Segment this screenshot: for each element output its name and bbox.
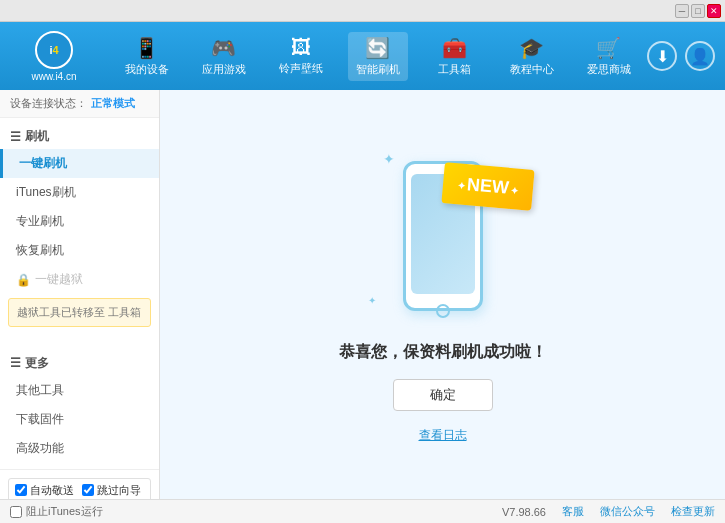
flash-section-header: ☰ 刷机: [0, 124, 159, 149]
download-firmware-label: 下载固件: [16, 411, 64, 428]
nav-label-tutorial: 教程中心: [510, 62, 554, 77]
sidebar-item-itunes-flash[interactable]: iTunes刷机: [0, 178, 159, 207]
nav-label-wallpaper: 铃声壁纸: [279, 61, 323, 76]
phone-home-btn: [436, 304, 450, 318]
auto-redirect-checkbox[interactable]: [15, 484, 27, 496]
auto-redirect-checkbox-label[interactable]: 自动敬送: [15, 483, 74, 498]
stop-itunes-label: 阻止iTunes运行: [26, 504, 103, 519]
sidebar-item-download-firmware[interactable]: 下载固件: [0, 405, 159, 434]
jailbreak-label: 一键越狱: [35, 271, 83, 288]
nav-right: ⬇ 👤: [647, 41, 715, 71]
wechat-link[interactable]: 微信公众号: [600, 504, 655, 519]
log-link[interactable]: 查看日志: [419, 427, 467, 444]
other-tools-label: 其他工具: [16, 382, 64, 399]
status-label: 设备连接状态：: [10, 96, 87, 111]
download-button[interactable]: ⬇: [647, 41, 677, 71]
nav-item-tutorial[interactable]: 🎓 教程中心: [502, 32, 562, 81]
one-key-flash-label: 一键刷机: [19, 155, 67, 172]
sidebar-item-one-key-flash[interactable]: 一键刷机: [0, 149, 159, 178]
nav-item-apps[interactable]: 🎮 应用游戏: [194, 32, 254, 81]
advanced-label: 高级功能: [16, 440, 64, 457]
user-button[interactable]: 👤: [685, 41, 715, 71]
minimize-button[interactable]: ─: [675, 4, 689, 18]
sidebar-bottom: 自动敬送 跳过向导 📱 iPhone 12 mini 64GB Down-12m…: [0, 469, 159, 500]
nav-label-apps: 应用游戏: [202, 62, 246, 77]
maximize-button[interactable]: □: [691, 4, 705, 18]
close-button[interactable]: ✕: [707, 4, 721, 18]
top-nav: i4 www.i4.cn 📱 我的设备 🎮 应用游戏 🖼 铃声壁纸 🔄 智能刷机…: [0, 22, 725, 90]
skip-wizard-checkbox-label[interactable]: 跳过向导: [82, 483, 141, 498]
toolbox-icon: 🧰: [442, 36, 467, 60]
logo-area[interactable]: i4 www.i4.cn: [10, 31, 98, 82]
phone-illustration: ✦ ✦ ✦ NEW: [363, 146, 523, 326]
pro-flash-label: 专业刷机: [16, 213, 64, 230]
title-bar: ─ □ ✕: [0, 0, 725, 22]
bottom-bar: 阻止iTunes运行 V7.98.66 客服 微信公众号 检查更新: [0, 499, 725, 523]
sidebar-item-recovery-flash[interactable]: 恢复刷机: [0, 236, 159, 265]
nav-item-smart-flash[interactable]: 🔄 智能刷机: [348, 32, 408, 81]
sidebar-item-advanced[interactable]: 高级功能: [0, 434, 159, 463]
wallpaper-icon: 🖼: [291, 36, 311, 59]
apps-icon: 🎮: [211, 36, 236, 60]
content-area: ✦ ✦ ✦ NEW 恭喜您，保资料刷机成功啦！ 确定 查看日志: [160, 90, 725, 499]
itunes-flash-label: iTunes刷机: [16, 184, 76, 201]
customer-service-link[interactable]: 客服: [562, 504, 584, 519]
device-status-bar: 设备连接状态： 正常模式: [0, 90, 159, 118]
bottom-left: 阻止iTunes运行: [10, 504, 502, 519]
flash-section-icon: ☰: [10, 130, 21, 144]
nav-label-smart-flash: 智能刷机: [356, 62, 400, 77]
version-label: V7.98.66: [502, 506, 546, 518]
auto-redirect-label: 自动敬送: [30, 483, 74, 498]
more-section-header: ☰ 更多: [0, 351, 159, 376]
sidebar-item-jailbreak: 🔒 一键越狱: [0, 265, 159, 294]
new-badge: NEW: [441, 162, 534, 211]
nav-items: 📱 我的设备 🎮 应用游戏 🖼 铃声壁纸 🔄 智能刷机 🧰 工具箱 🎓 教程中心…: [108, 32, 647, 81]
sparkle-1: ✦: [383, 151, 395, 167]
nav-label-toolbox: 工具箱: [438, 62, 471, 77]
my-device-icon: 📱: [134, 36, 159, 60]
success-card: ✦ ✦ ✦ NEW 恭喜您，保资料刷机成功啦！ 确定 查看日志: [339, 146, 547, 444]
more-section: ☰ 更多 其他工具 下载固件 高级功能: [0, 345, 159, 469]
sidebar: 设备连接状态： 正常模式 ☰ 刷机 一键刷机 iTunes刷机 专业刷机 恢复刷…: [0, 90, 160, 499]
logo-icon: i4: [35, 31, 73, 69]
sparkle-3: ✦: [368, 295, 376, 306]
nav-item-my-device[interactable]: 📱 我的设备: [117, 32, 177, 81]
flash-section: ☰ 刷机 一键刷机 iTunes刷机 专业刷机 恢复刷机 🔒 一键越狱 越狱工具…: [0, 118, 159, 337]
checkbox-row: 自动敬送 跳过向导: [8, 478, 151, 500]
sidebar-item-other-tools[interactable]: 其他工具: [0, 376, 159, 405]
nav-item-toolbox[interactable]: 🧰 工具箱: [425, 32, 485, 81]
bottom-right: V7.98.66 客服 微信公众号 检查更新: [502, 504, 715, 519]
shop-icon: 🛒: [596, 36, 621, 60]
status-value: 正常模式: [91, 96, 135, 111]
success-text: 恭喜您，保资料刷机成功啦！: [339, 342, 547, 363]
skip-wizard-label: 跳过向导: [97, 483, 141, 498]
more-section-icon: ☰: [10, 356, 21, 370]
confirm-button[interactable]: 确定: [393, 379, 493, 411]
sidebar-item-pro-flash[interactable]: 专业刷机: [0, 207, 159, 236]
smart-flash-icon: 🔄: [365, 36, 390, 60]
nav-item-shop[interactable]: 🛒 爱思商城: [579, 32, 639, 81]
nav-item-wallpaper[interactable]: 🖼 铃声壁纸: [271, 32, 331, 80]
nav-label-shop: 爱思商城: [587, 62, 631, 77]
check-update-link[interactable]: 检查更新: [671, 504, 715, 519]
skip-wizard-checkbox[interactable]: [82, 484, 94, 496]
warning-box: 越狱工具已转移至 工具箱: [8, 298, 151, 327]
logo-text: www.i4.cn: [31, 71, 76, 82]
main-area: 设备连接状态： 正常模式 ☰ 刷机 一键刷机 iTunes刷机 专业刷机 恢复刷…: [0, 90, 725, 499]
tutorial-icon: 🎓: [519, 36, 544, 60]
recovery-flash-label: 恢复刷机: [16, 242, 64, 259]
stop-itunes-checkbox[interactable]: [10, 506, 22, 518]
nav-label-my-device: 我的设备: [125, 62, 169, 77]
